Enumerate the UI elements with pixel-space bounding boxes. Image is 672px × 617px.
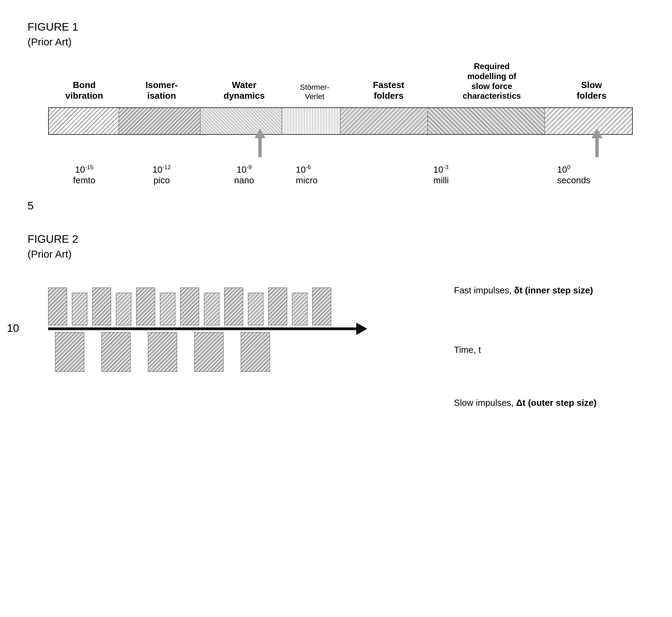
segment-bond — [49, 108, 119, 134]
scale-milli: 10-3 milli — [433, 164, 550, 186]
label-fastest: Fastestfolders — [344, 80, 433, 104]
fast-bar-1 — [48, 288, 67, 325]
slow-bar-3 — [148, 332, 177, 372]
figure1-section: FIGURE 1 (Prior Art) Bondvibration Isome… — [28, 21, 644, 186]
slow-impulse-label: Slow impulses, Δt (outer step size) — [454, 397, 672, 409]
figure1-prior-art: (Prior Art) — [28, 36, 644, 48]
fast-bar-2 — [72, 293, 87, 325]
label-isomer: Isomer-isation — [120, 80, 203, 104]
segment-stormer — [282, 108, 340, 134]
scale-nano: 10-9 nano — [203, 164, 285, 186]
figure2-prior-art: (Prior Art) — [28, 248, 644, 260]
scale-seconds: 100 seconds — [550, 164, 633, 186]
time-label: Time, t — [454, 345, 672, 355]
segment-isomer — [119, 108, 200, 134]
slow-bar-5 — [241, 332, 270, 372]
fast-bar-4 — [116, 293, 131, 325]
fast-impulses-row — [48, 281, 426, 325]
label-water: Waterdynamics — [203, 80, 285, 104]
fast-bar-5 — [136, 288, 155, 325]
arrow-stormer — [254, 129, 265, 157]
fast-impulse-label: Fast impulses, δt (inner step size) — [454, 284, 672, 296]
scale-femto: 10-15 femto — [48, 164, 120, 186]
label-slow: Slowfolders — [550, 80, 633, 104]
impulse-labels-container: Fast impulses, δt (inner step size) Time… — [454, 284, 672, 409]
number-10: 10 — [7, 322, 19, 335]
segment-fastest — [340, 108, 428, 134]
slow-impulses-row — [48, 332, 426, 377]
number-5: 5 — [28, 199, 644, 212]
slow-bar-4 — [194, 332, 224, 372]
fast-bar-3 — [92, 288, 111, 325]
segment-required — [428, 108, 544, 134]
timeline-line — [48, 327, 358, 330]
label-stormer: Störmer-Verlet — [285, 83, 344, 104]
slow-bar-2 — [101, 332, 131, 372]
fast-bar-11 — [268, 288, 287, 325]
scale-pico: 10-12 pico — [120, 164, 203, 186]
arrow-seconds — [592, 129, 603, 157]
label-required: Requiredmodelling ofslow forcecharacteri… — [433, 62, 550, 104]
fast-bar-8 — [204, 293, 219, 325]
segment-water — [200, 108, 282, 134]
fast-bar-12 — [292, 293, 307, 325]
timeline-bar — [48, 107, 633, 135]
fast-bar-13 — [312, 288, 331, 325]
figure2-title: FIGURE 2 — [28, 233, 644, 246]
figure1-title: FIGURE 1 — [28, 21, 644, 33]
timeline-line-row — [48, 325, 426, 332]
figure2-section: FIGURE 2 (Prior Art) 10 — [28, 233, 644, 377]
slow-bar-1 — [55, 332, 84, 372]
scale-micro: 10-6 micro — [285, 164, 433, 186]
fast-bar-10 — [248, 293, 263, 325]
segment-slow — [545, 108, 632, 134]
fast-bar-6 — [160, 293, 175, 325]
fast-bar-7 — [180, 288, 199, 325]
fast-bar-9 — [224, 288, 243, 325]
label-bond: Bondvibration — [48, 80, 120, 104]
